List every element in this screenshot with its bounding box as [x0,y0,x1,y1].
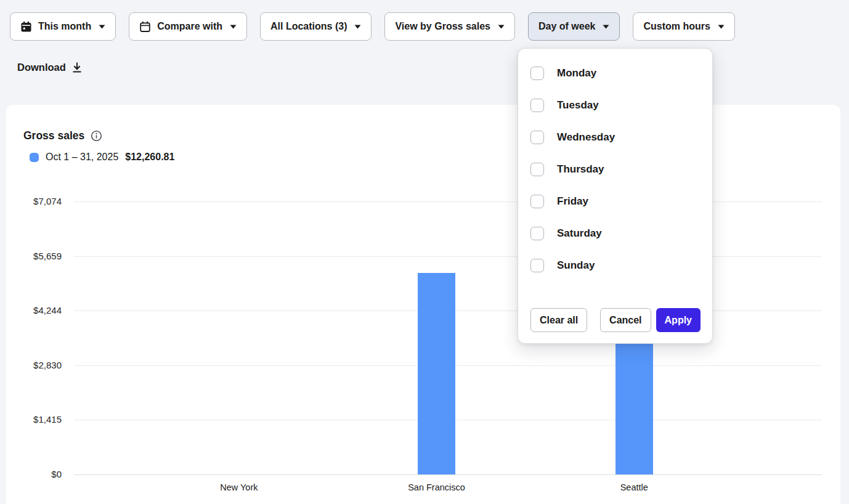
day-option-label: Wednesday [557,131,615,144]
info-icon[interactable] [91,130,102,142]
day-option-friday[interactable]: Friday [518,185,712,217]
clear-all-button[interactable]: Clear all [530,308,587,332]
filter-label: Day of week [538,21,595,32]
bar-san-francisco[interactable] [418,273,455,474]
y-axis-tick-label: $4,244 [33,305,62,315]
checkbox-sunday[interactable] [530,259,544,272]
checkbox-thursday[interactable] [530,163,544,176]
legend-period: Oct 1 – 31, 2025 [46,152,118,163]
cancel-button[interactable]: Cancel [600,308,651,332]
chevron-down-icon [230,25,237,29]
day-of-week-menu: Monday Tuesday Wednesday Thursday Friday… [518,48,713,344]
x-axis-category-label: San Francisco [408,482,465,492]
chart-legend: Oct 1 – 31, 2025 $12,260.81 [30,152,174,163]
checkbox-friday[interactable] [530,195,544,208]
filter-all-locations[interactable]: All Locations (3) [260,12,372,41]
checkbox-tuesday[interactable] [530,99,544,112]
day-option-monday[interactable]: Monday [518,57,712,89]
day-option-wednesday[interactable]: Wednesday [518,121,712,153]
y-axis-tick-label: $0 [51,469,62,479]
filter-this-month[interactable]: This month [10,12,116,41]
y-axis: $7,074$5,659$4,244$2,830$1,415$0 [6,201,62,474]
checkbox-monday[interactable] [530,67,544,80]
filter-label: This month [38,21,91,32]
calendar-outline-icon [139,21,151,33]
legend-color-dot [30,153,39,162]
day-option-thursday[interactable]: Thursday [518,153,712,185]
filter-compare-with[interactable]: Compare with [129,12,247,41]
gross-sales-card: Gross sales Oct 1 – 31, 2025 $12,260.81 … [6,105,840,504]
y-axis-tick-label: $7,074 [33,196,62,206]
x-axis-category-label: Seattle [620,482,648,492]
day-option-label: Saturday [557,227,602,240]
filter-label: View by Gross sales [395,21,490,32]
download-label: Download [17,62,66,73]
gridline [74,474,822,475]
day-option-label: Friday [557,195,588,208]
filter-label: Compare with [157,21,222,32]
chevron-down-icon [498,25,505,29]
day-option-label: Thursday [557,163,604,176]
y-axis-tick-label: $5,659 [33,251,62,261]
calendar-filled-icon [20,21,32,33]
checkbox-saturday[interactable] [530,227,544,240]
filter-label: All Locations (3) [270,21,347,32]
x-axis-category-label: New York [220,482,258,492]
chevron-down-icon [354,25,361,29]
day-option-tuesday[interactable]: Tuesday [518,89,712,121]
checkbox-wednesday[interactable] [530,131,544,144]
day-option-label: Tuesday [557,99,599,112]
chevron-down-icon [99,25,105,29]
filter-toolbar: This month Compare with All Locations (3… [10,12,735,41]
day-option-sunday[interactable]: Sunday [518,250,712,282]
chevron-down-icon [603,25,609,29]
download-icon [71,62,83,73]
apply-button[interactable]: Apply [656,308,701,332]
card-title: Gross sales [23,129,84,142]
filter-view-by[interactable]: View by Gross sales [384,12,514,41]
filter-label: Custom hours [643,21,710,32]
chevron-down-icon [718,25,725,29]
y-axis-tick-label: $2,830 [33,360,62,370]
day-option-label: Sunday [557,259,595,272]
day-option-label: Monday [557,67,596,79]
download-button[interactable]: Download [17,62,83,73]
legend-total: $12,260.81 [125,152,174,163]
y-axis-tick-label: $1,415 [33,414,62,425]
day-option-saturday[interactable]: Saturday [518,217,712,250]
filter-day-of-week[interactable]: Day of week [528,12,620,41]
filter-custom-hours[interactable]: Custom hours [633,12,734,41]
